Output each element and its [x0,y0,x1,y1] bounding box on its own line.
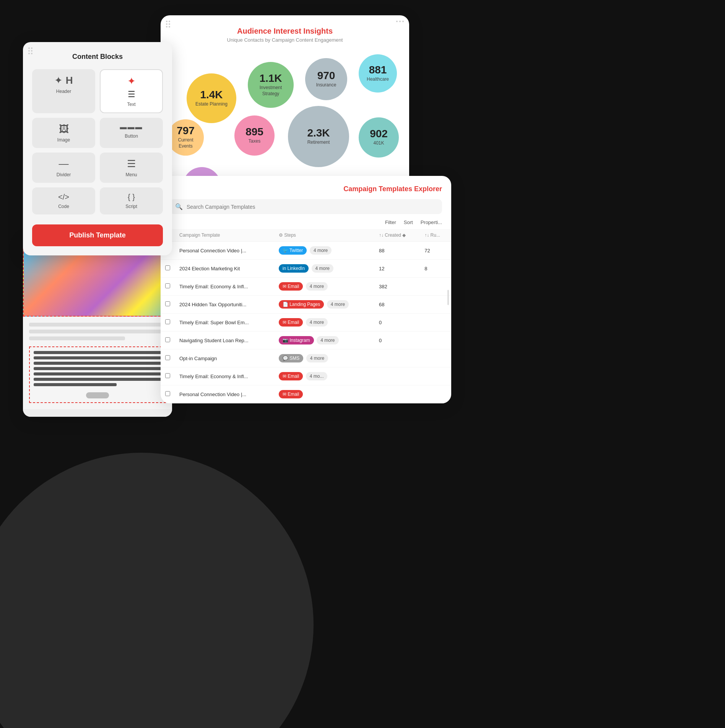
created-count [374,349,420,367]
filter-button[interactable]: Filter [385,219,396,225]
tag-sms[interactable]: 💬 SMS [279,354,303,362]
editor-text-lines [23,317,172,346]
campaign-name: Timely Email: Super Bowl Em... [175,314,274,332]
row-checkbox[interactable] [165,337,170,342]
tag-email[interactable]: ✉ Email [279,372,303,380]
tag-twitter[interactable]: 🐦 Twitter [279,246,307,255]
row-checkbox[interactable] [165,319,170,324]
block-menu[interactable]: ☰ Menu [100,153,163,183]
bubble-value: 1.4K [200,89,223,100]
row-checkbox-col[interactable] [161,332,175,349]
insights-more-dots[interactable] [396,21,404,22]
block-script[interactable]: { } Script [100,187,163,214]
insights-subtitle: Unique Contacts by Campaign Content Enga… [171,37,398,43]
campaign-name: Opt-in Campaign [175,349,274,367]
bubble-current-events: 797CurrentEvents [167,119,204,156]
block-button[interactable]: ▬▬▬ Button [100,118,163,148]
block-image[interactable]: 🖼 Image [32,118,95,148]
block-text[interactable]: ✦ ☰ Text [100,69,163,113]
campaign-steps: in LinkedIn 4 more [274,260,374,278]
tag-more[interactable]: 4 more [306,318,328,327]
header-icon: ✦ H [54,75,73,86]
steps-col: ⚙ Steps [274,229,374,242]
tag-email[interactable]: ✉ Email [279,390,303,398]
bubble-taxes: 895Taxes [234,115,275,156]
bubble-healthcare: 881Healthcare [359,54,397,93]
search-input[interactable] [187,204,437,210]
tag-landing[interactable]: 📄 Landing Pages [279,300,324,309]
text-line-2 [29,330,166,333]
insights-drag-handle [166,21,170,28]
runs-count [420,332,451,349]
red-line-5 [34,372,161,375]
tag-linkedin[interactable]: in LinkedIn [279,264,309,273]
campaign-steps: 📄 Landing Pages 4 more [274,296,374,314]
templates-tbody: Personal Connection Video |... 🐦 Twitter… [161,242,451,403]
tag-more[interactable]: 4 more [306,282,328,291]
row-checkbox[interactable] [165,283,170,288]
block-header[interactable]: ✦ H Header [32,69,95,113]
sort-button[interactable]: Sort [404,219,413,225]
bubble-value: 895 [245,127,263,137]
tag-more[interactable]: 4 more [317,336,338,344]
row-checkbox-col[interactable] [161,278,175,296]
row-checkbox-col[interactable] [161,314,175,332]
campaign-steps: 📷 Instagram 4 more [274,332,374,349]
created-count: 0 [374,314,420,332]
row-checkbox[interactable] [165,265,170,270]
table-row: Timely Email: Economy & Infl... ✉ Email … [161,278,451,296]
tag-more[interactable]: 4 more [327,300,349,309]
row-checkbox[interactable] [165,373,170,378]
tag-more[interactable]: 4 more [306,354,328,362]
runs-count [420,296,451,314]
block-divider[interactable]: — Divider [32,153,95,183]
row-checkbox-col[interactable] [161,260,175,278]
bubble-label: Retirement [307,140,330,146]
menu-icon: ☰ [127,158,136,170]
tag-more[interactable]: 4 more [312,264,333,273]
created-count [374,367,420,385]
tag-email[interactable]: ✉ Email [279,282,303,291]
created-count: 88 [374,242,420,260]
editor-panel [23,237,172,417]
created-count: 12 [374,260,420,278]
campaign-name: Timely Email: Economy & Infl... [175,367,274,385]
tag-more[interactable]: 4 mo... [306,372,328,380]
divider-icon: — [59,158,69,170]
tag-instagram[interactable]: 📷 Instagram [279,336,314,344]
campaign-steps: ✉ Email [274,385,374,403]
campaign-steps: ✉ Email 4 mo... [274,367,374,385]
properties-button[interactable]: Properti... [421,219,442,225]
bubble-label: Healthcare [367,76,389,83]
scrollbar[interactable] [447,290,449,305]
created-count: 382 [374,278,420,296]
campaign-steps: ✉ Email 4 more [274,278,374,296]
row-checkbox-col[interactable] [161,367,175,385]
bubble-value: 1.1K [259,73,282,84]
row-checkbox-col[interactable] [161,349,175,367]
insights-panel: Audience Interest Insights Unique Contac… [161,15,409,187]
bubble-value: 2.3K [307,128,330,138]
row-checkbox[interactable] [165,301,170,306]
row-checkbox[interactable] [165,391,170,396]
runs-count [420,349,451,367]
bubble-label: InvestmentStrategy [260,85,282,97]
bubble-value: 881 [369,65,387,75]
row-checkbox-col[interactable] [161,385,175,403]
runs-count: 72 [420,242,451,260]
row-checkbox-col[interactable] [161,296,175,314]
red-line-2 [34,356,161,359]
publish-template-button[interactable]: Publish Template [32,224,163,246]
created-col: ↑↓ Created ◆ [374,229,420,242]
red-line-3 [34,362,161,365]
tag-email[interactable]: ✉ Email [279,318,303,327]
created-count [374,385,420,403]
tag-more[interactable]: 4 more [310,246,332,255]
table-row: Personal Connection Video |... ✉ Email [161,385,451,403]
block-code[interactable]: </> Code [32,187,95,214]
templates-table: Campaign Template ⚙ Steps ↑↓ Created ◆ ↑… [161,229,451,403]
campaign-name: Timely Email: Economy & Infl... [175,278,274,296]
row-checkbox[interactable] [165,355,170,360]
red-line-6 [34,378,161,381]
search-icon: 🔍 [175,203,183,210]
